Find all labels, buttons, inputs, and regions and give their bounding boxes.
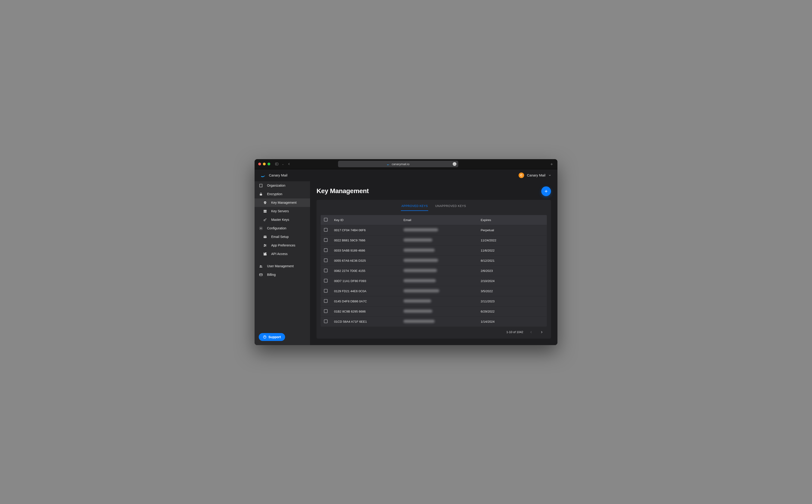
svg-point-18	[260, 228, 261, 229]
cell-key-id: 0055 67A9 AE36 D325	[331, 255, 400, 266]
svg-point-23	[264, 244, 265, 245]
row-checkbox[interactable]	[324, 238, 328, 242]
browser-toolbar-controls: ⌄	[275, 162, 291, 166]
svg-point-26	[260, 265, 261, 266]
building-icon	[259, 184, 263, 188]
table-row[interactable]: 00D7 11A1 DF80 F0932/10/2024	[321, 276, 547, 286]
window-maximize-button[interactable]	[268, 163, 270, 165]
tab-approved-keys[interactable]: APPROVED KEYS	[401, 203, 428, 211]
sidebar-toggle-icon[interactable]	[275, 162, 279, 166]
sidebar-item-label: Encryption	[267, 192, 306, 196]
svg-rect-0	[275, 163, 278, 165]
table-row[interactable]: 0145 D4F8 DB86 0A7C2/11/2023	[321, 296, 547, 306]
sidebar-item-key-servers[interactable]: Key Servers	[255, 207, 310, 216]
brand[interactable]: Canary Mail	[261, 173, 287, 178]
cell-expires: 1/14/2024	[477, 316, 547, 327]
cell-key-id: 0033 5A6B 9189 4686	[331, 245, 400, 255]
main-content: Key Management APPROVED KEYS UNAPPROVED …	[310, 181, 557, 345]
pagination-prev-button[interactable]	[528, 329, 534, 335]
chevron-down-icon[interactable]: ⌄	[282, 163, 284, 166]
row-checkbox[interactable]	[324, 269, 328, 272]
cell-email	[400, 306, 477, 316]
new-tab-button[interactable]: ＋	[549, 161, 554, 167]
sidebar-item-key-management[interactable]: Key Management	[255, 198, 310, 207]
app-window: ⌄ canarymail.io ＋ Canary Mail C Canary M…	[255, 159, 557, 345]
address-bar-text: canarymail.io	[392, 162, 409, 166]
cell-expires: 2/6/2023	[477, 266, 547, 276]
cell-expires: Perpetual	[477, 225, 547, 235]
sidebar-item-label: Configuration	[267, 226, 306, 230]
sidebar-item-billing[interactable]: Billing	[255, 270, 310, 279]
window-controls	[258, 163, 270, 165]
puzzle-icon	[263, 252, 267, 256]
reader-mode-icon[interactable]	[453, 162, 456, 166]
row-checkbox[interactable]	[324, 228, 328, 232]
svg-point-24	[265, 245, 266, 246]
row-checkbox[interactable]	[324, 299, 328, 303]
sidebar-item-encryption[interactable]: Encryption	[255, 190, 310, 198]
table-row[interactable]: 0082 2274 7D0E 41552/6/2023	[321, 266, 547, 276]
svg-rect-28	[260, 274, 263, 276]
account-name: Canary Mail	[527, 173, 545, 177]
sidebar-item-label: Email Setup	[271, 235, 306, 239]
svg-point-27	[261, 265, 262, 266]
row-checkbox[interactable]	[324, 289, 328, 293]
back-button[interactable]	[287, 162, 291, 166]
cell-email	[400, 276, 477, 286]
card-icon	[259, 273, 263, 277]
sidebar-item-label: Organization	[267, 184, 306, 187]
window-minimize-button[interactable]	[263, 163, 266, 165]
sidebar-item-api-access[interactable]: API Access	[255, 250, 310, 258]
row-checkbox[interactable]	[324, 248, 328, 252]
cell-expires: 11/24/2022	[477, 235, 547, 245]
cell-key-id: 01CD 58A4 A71F 6EE1	[331, 316, 400, 327]
sidebar-item-label: User Management	[267, 264, 306, 268]
window-close-button[interactable]	[258, 163, 261, 165]
svg-rect-2	[260, 184, 262, 187]
server-icon	[263, 209, 267, 213]
account-menu[interactable]: C Canary Mail	[519, 173, 551, 178]
table-row[interactable]: 0033 5A6B 9189 468611/6/2022	[321, 245, 547, 255]
tabs: APPROVED KEYS UNAPPROVED KEYS	[317, 200, 551, 211]
row-checkbox[interactable]	[324, 258, 328, 262]
svg-point-25	[264, 246, 265, 246]
table-row[interactable]: 01CD 58A4 A71F 6EE11/14/2024	[321, 316, 547, 327]
tab-unapproved-keys[interactable]: UNAPPROVED KEYS	[435, 203, 466, 211]
column-header-email[interactable]: Email	[400, 215, 477, 225]
sidebar-item-master-keys[interactable]: Master Keys	[255, 216, 310, 224]
help-icon	[263, 335, 267, 339]
cell-key-id: 0129 FD21 44E6 0C0A	[331, 286, 400, 296]
table-row[interactable]: 0129 FD21 44E6 0C0A3/5/2022	[321, 286, 547, 296]
lock-icon	[259, 192, 263, 196]
sidebar-item-label: Key Servers	[271, 209, 306, 213]
sidebar-item-configuration[interactable]: Configuration	[255, 224, 310, 233]
column-header-key-id[interactable]: Key ID	[331, 215, 400, 225]
svg-point-17	[264, 219, 265, 221]
column-header-expires[interactable]: Expires	[477, 215, 547, 225]
sidebar-item-email-setup[interactable]: Email Setup	[255, 233, 310, 241]
support-button[interactable]: Support	[259, 333, 285, 341]
cell-email	[400, 245, 477, 255]
cell-expires: 6/29/2022	[477, 306, 547, 316]
sidebar-item-user-mgmt[interactable]: User Management	[255, 262, 310, 270]
pagination-next-button[interactable]	[539, 329, 544, 335]
sidebar-item-organization[interactable]: Organization	[255, 181, 310, 190]
cell-key-id: 0145 D4F8 DB86 0A7C	[331, 296, 400, 306]
gear-icon	[259, 226, 263, 230]
svg-rect-12	[260, 194, 262, 195]
table-row[interactable]: 0022 B681 59C9 766611/24/2022	[321, 235, 547, 245]
sidebar-item-label: Master Keys	[271, 218, 306, 222]
row-checkbox[interactable]	[324, 279, 328, 282]
table-row[interactable]: 0055 67A9 AE36 D3258/12/2021	[321, 255, 547, 266]
add-key-button[interactable]	[541, 186, 551, 196]
row-checkbox[interactable]	[324, 319, 328, 323]
row-checkbox[interactable]	[324, 309, 328, 313]
sidebar-item-app-prefs[interactable]: App Preferences	[255, 241, 310, 250]
table-row[interactable]: 0017 CF04 74B4 06F6Perpetual	[321, 225, 547, 235]
cell-email	[400, 255, 477, 266]
address-bar[interactable]: canarymail.io	[338, 161, 458, 167]
table-row[interactable]: 01B2 8C9B 6295 66866/29/2022	[321, 306, 547, 316]
cell-expires: 2/11/2023	[477, 296, 547, 306]
select-all-checkbox[interactable]	[324, 218, 328, 222]
cell-email	[400, 316, 477, 327]
